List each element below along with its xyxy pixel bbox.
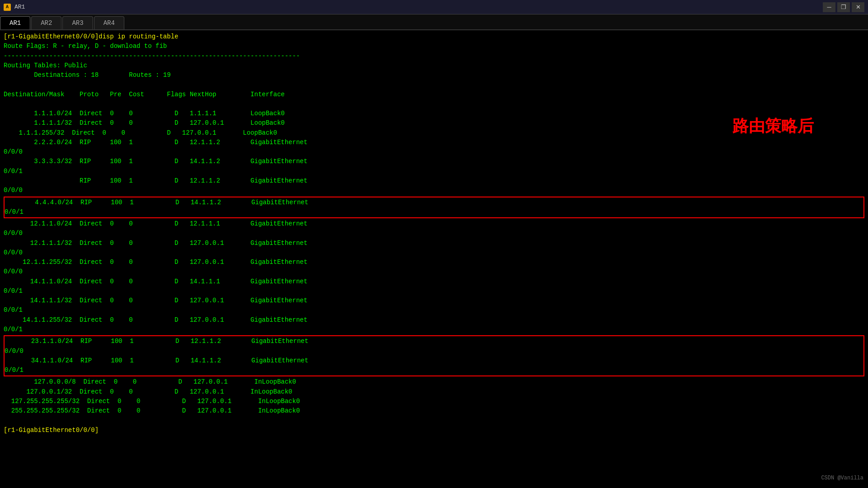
route-3-3-3-3: 3.3.3.3/32 RIP 100 1 D 14.1.1.2 GigabitE… bbox=[4, 157, 864, 166]
route-14-1-1-255-iface: 0/0/1 bbox=[4, 325, 864, 334]
dest-routes-count: Destinations : 18 Routes : 19 bbox=[4, 70, 864, 80]
route-14-1-1-1-iface: 0/0/1 bbox=[4, 305, 864, 315]
route-255-255-255-255: 255.255.255.255/32 Direct 0 0 D 127.0.0.… bbox=[4, 406, 864, 416]
route-4-4-4-0-iface: 0/0/1 bbox=[5, 207, 863, 217]
route-127-0-0-0: 127.0.0.0/8 Direct 0 0 D 127.0.0.1 InLoo… bbox=[4, 377, 864, 387]
close-button[interactable]: ✕ bbox=[852, 2, 864, 12]
title-bar-left: A AR1 bbox=[4, 4, 25, 11]
redbox-23-34: 23.1.1.0/24 RIP 100 1 D 12.1.1.2 Gigabit… bbox=[4, 335, 864, 376]
route-12-1-1-255: 12.1.1.255/32 Direct 0 0 D 127.0.0.1 Gig… bbox=[4, 258, 864, 267]
cmd-line-1: [r1-GigabitEthernet0/0/0]disp ip routing… bbox=[4, 32, 864, 42]
route-2-2-2-0: 2.2.2.0/24 RIP 100 1 D 12.1.1.2 GigabitE… bbox=[4, 138, 864, 147]
blank2 bbox=[4, 99, 864, 109]
route-3-3-3-3-alt-iface: 0/0/0 bbox=[4, 186, 864, 195]
route-flags: Route Flags: R - relay, D - download to … bbox=[4, 42, 864, 51]
terminal: [r1-GigabitEthernet0/0/0]disp ip routing… bbox=[0, 30, 868, 485]
app-icon: A bbox=[4, 4, 11, 11]
route-23-1-1-0-iface: 0/0/0 bbox=[5, 347, 863, 356]
routing-table-header: Routing Tables: Public bbox=[4, 61, 864, 70]
route-3-3-3-3-alt: RIP 100 1 D 12.1.1.2 GigabitEthernet bbox=[4, 176, 864, 186]
route-12-1-1-1: 12.1.1.1/32 Direct 0 0 D 127.0.0.1 Gigab… bbox=[4, 239, 864, 248]
tab-bar: AR1 AR2 AR3 AR4 bbox=[0, 14, 868, 30]
tab-ar1[interactable]: AR1 bbox=[0, 16, 30, 29]
route-3-3-3-3-iface: 0/0/1 bbox=[4, 167, 864, 176]
column-header: Destination/Mask Proto Pre Cost Flags Ne… bbox=[4, 90, 864, 99]
route-14-1-1-1: 14.1.1.1/32 Direct 0 0 D 127.0.0.1 Gigab… bbox=[4, 296, 864, 305]
tab-ar3[interactable]: AR3 bbox=[62, 16, 93, 29]
minimize-button[interactable]: ─ bbox=[823, 2, 835, 12]
blank1 bbox=[4, 80, 864, 89]
route-12-1-1-0-iface: 0/0/0 bbox=[4, 229, 864, 238]
route-14-1-1-0-iface: 0/0/1 bbox=[4, 286, 864, 296]
route-2-2-2-0-iface: 0/0/0 bbox=[4, 147, 864, 157]
tab-ar4[interactable]: AR4 bbox=[94, 16, 124, 29]
route-12-1-1-255-iface: 0/0/0 bbox=[4, 267, 864, 277]
blank3 bbox=[4, 416, 864, 425]
prompt-line: [r1-GigabitEthernet0/0/0] bbox=[4, 426, 864, 435]
route-127-0-0-1: 127.0.0.1/32 Direct 0 0 D 127.0.0.1 InLo… bbox=[4, 387, 864, 397]
route-14-1-1-255: 14.1.1.255/32 Direct 0 0 D 127.0.0.1 Gig… bbox=[4, 315, 864, 325]
tab-ar2[interactable]: AR2 bbox=[31, 16, 61, 29]
route-12-1-1-0: 12.1.1.0/24 Direct 0 0 D 12.1.1.1 Gigabi… bbox=[4, 219, 864, 229]
route-34-1-1-0: 34.1.1.0/24 RIP 100 1 D 14.1.1.2 Gigabit… bbox=[5, 356, 863, 366]
route-12-1-1-1-iface: 0/0/0 bbox=[4, 248, 864, 258]
route-127-255-255-255: 127.255.255.255/32 Direct 0 0 D 127.0.0.… bbox=[4, 397, 864, 406]
route-14-1-1-0: 14.1.1.0/24 Direct 0 0 D 14.1.1.1 Gigabi… bbox=[4, 277, 864, 286]
route-4-4-4-0: 4.4.4.0/24 RIP 100 1 D 14.1.1.2 GigabitE… bbox=[5, 198, 863, 207]
window-title: AR1 bbox=[14, 4, 25, 10]
window-controls: ─ ❐ ✕ bbox=[823, 2, 864, 12]
redbox-4-4-4: 4.4.4.0/24 RIP 100 1 D 14.1.1.2 GigabitE… bbox=[4, 197, 864, 219]
route-34-1-1-0-iface: 0/0/1 bbox=[5, 366, 863, 375]
separator: ----------------------------------------… bbox=[4, 52, 864, 61]
title-bar: A AR1 ─ ❐ ✕ bbox=[0, 0, 868, 14]
annotation-text: 路由策略后 bbox=[732, 114, 814, 138]
route-23-1-1-0: 23.1.1.0/24 RIP 100 1 D 12.1.1.2 Gigabit… bbox=[5, 337, 863, 346]
restore-button[interactable]: ❐ bbox=[837, 2, 850, 12]
watermark: CSDN @Vanilla bbox=[821, 474, 863, 482]
